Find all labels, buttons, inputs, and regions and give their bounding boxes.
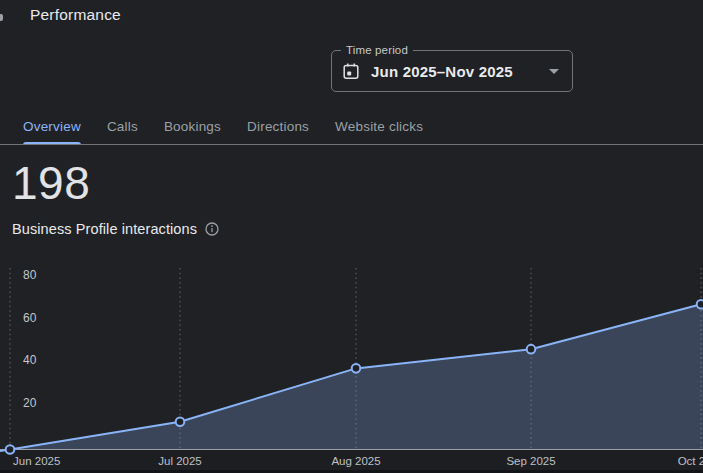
data-point-Sep 2025[interactable] [527,345,536,354]
tab-bar-divider [0,144,703,145]
tab-website-clicks[interactable]: Website clicks [335,110,423,145]
x-axis-label-oct-2025: Oct 2025 [678,455,703,467]
metric-label: Business Profile interactions [12,221,197,237]
y-tick-label-40: 40 [23,353,37,367]
y-tick-label-20: 20 [23,396,37,410]
data-point-Jul 2025[interactable] [176,417,185,426]
tab-calls[interactable]: Calls [107,110,138,145]
caret-down-icon [549,69,559,74]
time-period-value: Jun 2025–Nov 2025 [371,63,513,80]
time-period-field[interactable]: Time period Jun 2025–Nov 2025 [331,50,573,92]
x-axis-label-aug-2025: Aug 2025 [331,455,380,467]
data-point-Oct 2025[interactable] [697,300,703,309]
time-period-label: Time period [341,43,413,58]
tab-overview[interactable]: Overview [23,110,81,145]
x-axis-label-jul-2025: Jul 2025 [158,455,201,467]
calendar-icon [342,62,360,80]
x-axis-label-sep-2025: Sep 2025 [506,455,555,467]
metric-value: 198 [12,159,90,207]
data-point-Jun 2025[interactable] [6,445,15,454]
metric-label-row: Business Profile interactions [12,221,219,237]
area-fill [0,304,703,451]
tab-bookings[interactable]: Bookings [164,110,221,145]
y-tick-label-60: 60 [23,311,37,325]
tab-directions[interactable]: Directions [247,110,309,145]
back-arrow-icon[interactable] [0,14,3,21]
y-tick-label-80: 80 [23,268,37,282]
data-point-Aug 2025[interactable] [352,364,361,373]
info-icon[interactable] [205,222,219,236]
x-axis-label-jun-2025: Jun 2025 [13,455,60,467]
tab-bar: Overview Calls Bookings Directions Websi… [0,110,703,145]
interactions-chart: 80604020Jun 2025Jul 2025Aug 2025Sep 2025… [0,265,703,473]
page-title: Performance [30,5,121,25]
